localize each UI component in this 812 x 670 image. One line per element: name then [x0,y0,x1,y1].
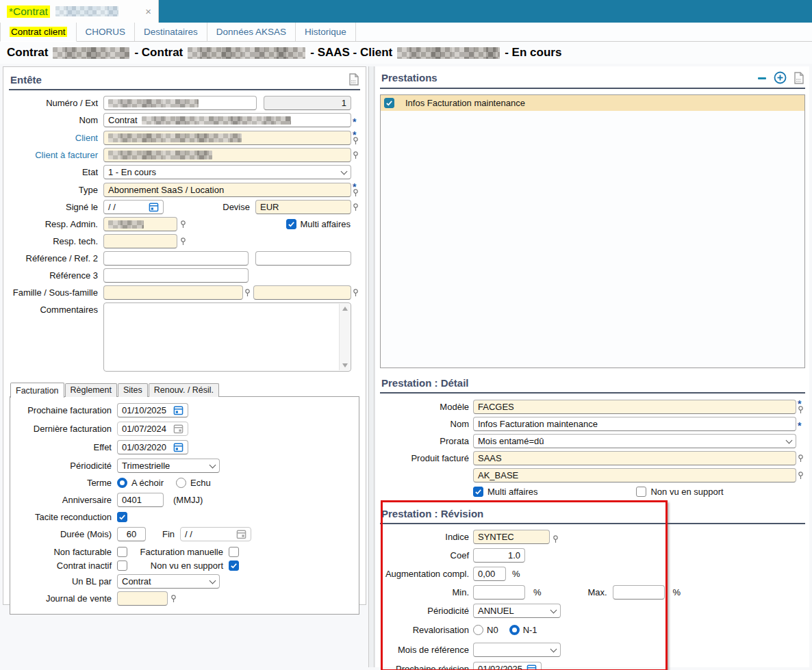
chevron-down-icon [341,168,348,175]
document-icon[interactable] [348,73,359,86]
periodicite-select[interactable]: Trimestrielle [117,459,220,473]
client-facturer-label-link[interactable]: Client à facturer [9,150,98,160]
panel-splitter[interactable] [368,66,375,667]
coef-input[interactable]: 1.0 [473,548,525,563]
modele-input[interactable]: FACGES [473,400,796,414]
min-input[interactable] [473,585,525,600]
tab-destinataires[interactable]: Destinataires [135,23,207,41]
client-label-link[interactable]: Client [9,133,98,143]
anniversaire-value: 0401 [122,495,142,505]
nom-input[interactable]: Contrat [103,113,351,127]
terme-a-echoir-radio[interactable] [117,478,127,488]
add-icon[interactable] [774,71,787,84]
numero-input[interactable] [103,96,257,110]
sous-famille-input[interactable] [253,285,351,300]
mois-reference-select[interactable] [473,643,561,657]
prochaine-revision-date[interactable]: 01/02/2025 [473,662,542,670]
prestations-header: Prestations [380,69,805,88]
prorata-select[interactable]: Mois entamé=dû [473,434,796,448]
chevron-down-icon [550,645,557,652]
commentaires-textarea[interactable] [103,302,351,372]
reference-input[interactable] [103,251,249,266]
type-value: Abonnement SaaS / Location [108,185,224,195]
subtab-reglement[interactable]: Règlement [65,383,117,397]
entete-header: Entête [9,71,360,89]
non-facturable-checkbox[interactable] [117,547,127,557]
close-tab-icon[interactable]: × [145,6,151,16]
max-input[interactable] [613,585,665,600]
anniversaire-input[interactable]: 0401 [117,493,164,507]
detail-multi-affaires-checkbox[interactable] [473,487,483,497]
title-seg1: Contrat [7,46,48,60]
scrollbar[interactable] [339,304,350,370]
devise-input[interactable]: EUR [255,200,351,214]
derniere-facturation-label: Dernière facturation [10,424,112,434]
tab-historique[interactable]: Historique [296,23,356,41]
prestations-list[interactable]: Infos Facturation maintenance [380,94,805,368]
indice-input[interactable]: SYNTEC [473,530,550,544]
revision-periodicite-select[interactable]: ANNUEL [473,604,561,618]
effet-date[interactable]: 01/03/2020 [117,440,188,454]
facturation-manuelle-checkbox[interactable] [229,547,239,557]
revalorisation-n0-radio[interactable] [473,625,483,635]
detail-non-vu-checkbox[interactable] [636,487,646,497]
etat-select[interactable]: 1 - En cours [103,165,351,179]
scroll-down-icon[interactable] [342,363,348,368]
periodicite-value: Trimestrielle [122,461,170,471]
augmentation-input[interactable]: 0,00 [473,567,506,581]
tab-donnees-aksas[interactable]: Données AKSAS [207,23,296,41]
subtab-facturation[interactable]: Facturation [10,383,64,398]
calendar-icon[interactable] [173,442,183,452]
fin-date: / / [180,527,251,541]
detail-nom-input[interactable]: Infos Facturation maintenance [473,417,796,431]
calendar-icon[interactable] [149,202,159,212]
document-icon[interactable] [794,72,804,84]
famille-input[interactable] [103,285,243,300]
indice-value: SYNTEC [478,532,514,542]
prochaine-facturation-date[interactable]: 01/10/2025 [117,403,188,417]
journal-vente-input[interactable] [117,591,168,606]
document-tab[interactable]: *Contrat × [0,0,159,23]
terme-echu-radio[interactable] [176,478,186,488]
detail-non-vu-label: Non vu en support [650,487,723,497]
revalorisation-n1-radio[interactable] [509,625,520,635]
effet-label: Effet [10,442,112,452]
prestation-list-item[interactable]: Infos Facturation maintenance [381,95,804,111]
produit-base-input[interactable]: AK_BASE [473,468,796,482]
prestation-item-checkbox[interactable] [384,98,394,108]
multi-affaires-checkbox[interactable] [286,219,296,229]
contrat-inactif-checkbox[interactable] [117,561,127,571]
chevron-down-icon [210,461,216,468]
tab-historique-label: Historique [305,27,346,37]
client-facturer-input[interactable] [103,148,351,162]
subtab-renouv-resil[interactable]: Renouv. / Résil. [149,383,219,397]
tab-contrat-client[interactable]: Contrat client [0,23,77,42]
required-icon: * [353,130,356,136]
prochaine-revision-value: 01/02/2025 [478,664,522,670]
calendar-icon[interactable] [173,405,183,415]
client-input[interactable] [103,131,351,145]
numero-ext-label: Numéro / Ext [9,98,98,108]
signe-le-date-input[interactable]: / / [103,200,164,214]
reference2-input[interactable] [255,251,351,266]
subtab-sites[interactable]: Sites [118,383,148,397]
augmentation-label: Augmentation compl. [380,569,469,579]
resp-tech-input[interactable] [103,234,177,248]
remove-icon[interactable] [757,73,767,83]
terme-echu-label: Echu [190,478,211,488]
multi-affaires-label: Multi affaires [301,219,351,229]
resp-admin-label: Resp. Admin. [9,219,98,229]
duree-mois-input[interactable]: 60 [117,527,146,541]
reference3-input[interactable] [103,268,249,283]
page-title: Contrat - Contrat - SAAS - Client - En c… [0,42,812,64]
un-bl-par-select[interactable]: Contrat [117,574,220,589]
tab-chorus[interactable]: CHORUS [77,23,136,41]
resp-admin-input[interactable] [103,217,177,231]
ext-value: 1 [342,98,346,108]
calendar-icon[interactable] [526,664,537,670]
non-vu-support-checkbox[interactable] [229,561,239,571]
tacite-reconduction-checkbox[interactable] [117,512,127,522]
type-input[interactable]: Abonnement SaaS / Location [103,183,351,197]
scroll-up-icon[interactable] [342,307,348,311]
produit-facture-input[interactable]: SAAS [473,451,796,465]
